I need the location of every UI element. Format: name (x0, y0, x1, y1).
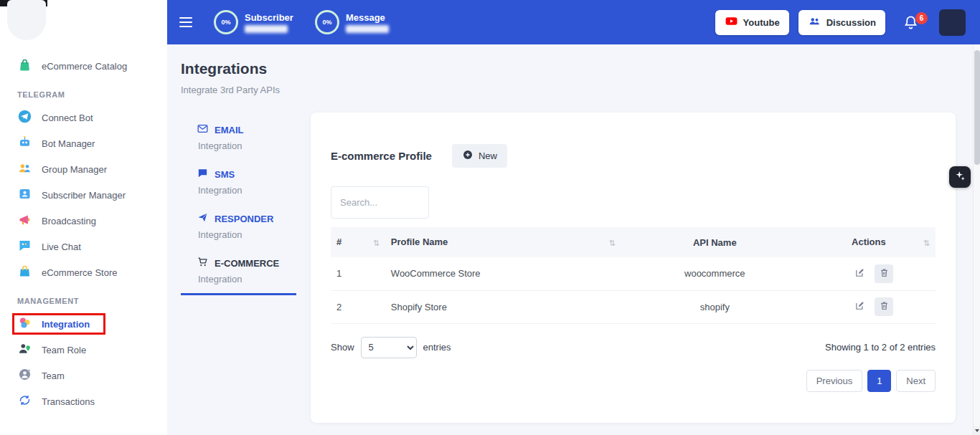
scroll-down-arrow[interactable] (974, 426, 980, 435)
notification-count-badge: 6 (915, 12, 928, 24)
page-size-select[interactable]: 5 (361, 337, 417, 358)
new-profile-button[interactable]: New (452, 144, 507, 168)
assistant-floating-button[interactable] (949, 166, 971, 188)
cell-profile-name: Shopify Store (385, 290, 621, 323)
sidebar-section-telegram: TELEGRAM (0, 79, 167, 105)
subscriber-card-icon (17, 186, 32, 204)
users-icon (17, 161, 32, 178)
scrollbar-thumb[interactable] (974, 50, 980, 165)
cell-num: 1 (331, 257, 385, 290)
main-content: Integrations Integrate 3rd Party APIs EM… (167, 44, 980, 435)
edit-icon (854, 300, 865, 313)
logo-placeholder (7, 0, 46, 40)
sidebar-item-integration[interactable]: Integration (0, 311, 167, 337)
edit-button[interactable] (850, 297, 869, 316)
sidebar-item-label: Integration (42, 319, 90, 330)
sidebar-item-label: Connect Bot (42, 113, 93, 123)
sidebar-item-subscriber-manager[interactable]: Subscriber Manager (0, 182, 167, 208)
cart-icon (197, 256, 209, 270)
table-row: 2 Shopify Store shopify (331, 290, 936, 323)
trash-icon (879, 300, 890, 313)
cell-actions (809, 257, 936, 290)
scrollbar (973, 44, 980, 435)
store-bag-icon (17, 264, 32, 281)
chat-bubble-icon (17, 238, 32, 255)
cell-num: 2 (331, 290, 385, 323)
discussion-button[interactable]: Discussion (798, 10, 885, 35)
send-icon (197, 211, 209, 226)
subscriber-stat-label: Subscriber (245, 12, 293, 23)
delete-button[interactable] (875, 297, 893, 316)
user-pin-icon (17, 341, 32, 358)
subnav-title: E-COMMERCE (215, 258, 279, 269)
youtube-button-label: Youtube (743, 17, 780, 28)
sidebar-item-team[interactable]: Team (0, 363, 167, 388)
sidebar-item-label: Team Role (42, 345, 86, 355)
new-button-label: New (479, 150, 497, 161)
notifications-button[interactable]: 6 (903, 14, 919, 31)
column-header-api-name[interactable]: API Name (621, 227, 809, 257)
message-stat: 0% Message (315, 10, 389, 34)
sidebar-item-label: Bot Manager (42, 138, 95, 149)
app-root: eCommerce Catalog TELEGRAM Connect Bot B… (0, 0, 980, 435)
discussion-users-icon (808, 14, 821, 30)
subnav-sms-integration[interactable]: SMS Integration (181, 163, 296, 204)
sort-icon: ⇅ (373, 239, 380, 248)
page-1-button[interactable]: 1 (867, 370, 891, 392)
sidebar: eCommerce Catalog TELEGRAM Connect Bot B… (0, 0, 167, 435)
subnav-ecommerce-integration[interactable]: E-COMMERCE Integration (181, 252, 296, 295)
sidebar-item-label: Subscriber Manager (42, 190, 126, 201)
hamburger-menu-icon[interactable] (179, 17, 192, 27)
sidebar-item-label: Broadcasting (42, 216, 96, 226)
telegram-icon (17, 109, 32, 126)
next-page-button[interactable]: Next (896, 370, 936, 392)
sidebar-item-label: Transactions (42, 396, 95, 407)
sidebar-item-ecommerce-store[interactable]: eCommerce Store (0, 259, 167, 285)
integration-subnav: EMAIL Integration SMS Integration RESPON… (181, 113, 296, 298)
previous-page-button[interactable]: Previous (806, 370, 863, 392)
youtube-icon (725, 14, 738, 30)
subnav-subtitle: Integration (198, 185, 296, 196)
sidebar-item-bot-manager[interactable]: Bot Manager (0, 130, 167, 156)
table-header-row: #⇅ Profile Name⇅ API Name Actions⇅ (331, 227, 936, 257)
subnav-email-integration[interactable]: EMAIL Integration (181, 118, 296, 160)
show-label: Show (331, 342, 354, 353)
message-stat-value-blurred (346, 25, 389, 33)
megaphone-icon (17, 212, 32, 229)
sidebar-item-label: Team (42, 371, 65, 381)
subscriber-progress-ring: 0% (214, 10, 238, 34)
sidebar-item-ecommerce-catalog[interactable]: eCommerce Catalog (0, 53, 167, 79)
card-heading: E-commerce Profile (331, 150, 432, 162)
subscriber-stat-value-blurred (245, 25, 288, 33)
sidebar-item-team-role[interactable]: Team Role (0, 337, 167, 363)
subnav-subtitle: Integration (198, 229, 296, 240)
youtube-button[interactable]: Youtube (715, 10, 789, 35)
message-progress-ring: 0% (315, 10, 339, 34)
refresh-arrows-icon (17, 393, 32, 410)
sidebar-section-management: MANAGEMENT (0, 285, 167, 311)
subnav-responder-integration[interactable]: RESPONDER Integration (181, 207, 296, 249)
sidebar-item-live-chat[interactable]: Live Chat (0, 234, 167, 259)
column-header-actions[interactable]: Actions⇅ (809, 227, 936, 257)
delete-button[interactable] (875, 264, 893, 283)
discussion-button-label: Discussion (826, 17, 876, 28)
edit-button[interactable] (850, 264, 869, 283)
entries-label: entries (423, 342, 451, 353)
sidebar-item-group-manager[interactable]: Group Manager (0, 156, 167, 182)
sidebar-item-label: eCommerce Catalog (42, 61, 127, 72)
sidebar-item-transactions[interactable]: Transactions (0, 388, 167, 414)
subnav-title: EMAIL (215, 125, 243, 135)
user-avatar[interactable] (939, 9, 966, 36)
cell-profile-name: WooCommerce Store (385, 257, 621, 290)
search-input[interactable] (331, 186, 429, 219)
sidebar-item-broadcasting[interactable]: Broadcasting (0, 208, 167, 234)
plus-circle-icon (462, 149, 473, 163)
sidebar-item-connect-bot[interactable]: Connect Bot (0, 105, 167, 130)
column-header-num[interactable]: #⇅ (331, 227, 385, 257)
trash-icon (879, 267, 890, 280)
subnav-title: SMS (215, 169, 235, 180)
sort-icon: ⇅ (608, 239, 615, 248)
subnav-subtitle: Integration (198, 274, 296, 285)
topbar: 0% Subscriber 0% Message Youtube Discuss… (167, 0, 980, 44)
column-header-profile-name[interactable]: Profile Name⇅ (385, 227, 621, 257)
